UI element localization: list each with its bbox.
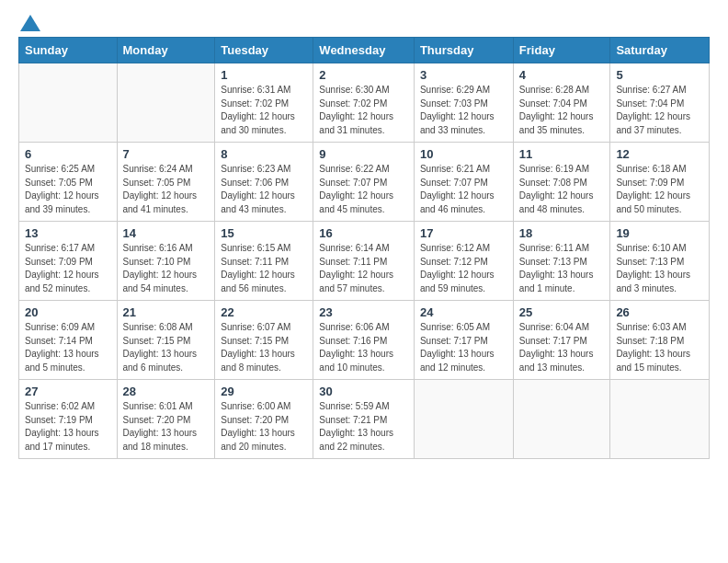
calendar-table: SundayMondayTuesdayWednesdayThursdayFrid… — [18, 37, 710, 459]
day-number: 11 — [519, 147, 605, 161]
day-info: Sunrise: 6:30 AM Sunset: 7:02 PM Dayligh… — [319, 84, 408, 137]
day-number: 7 — [123, 147, 210, 161]
column-header-friday: Friday — [513, 38, 610, 63]
column-header-sunday: Sunday — [19, 38, 118, 63]
column-header-monday: Monday — [117, 38, 215, 63]
calendar-cell: 12Sunrise: 6:18 AM Sunset: 7:09 PM Dayli… — [610, 143, 710, 222]
day-number: 5 — [616, 68, 703, 82]
page-header — [18, 15, 710, 28]
day-number: 20 — [25, 305, 111, 319]
day-info: Sunrise: 6:25 AM Sunset: 7:05 PM Dayligh… — [25, 163, 111, 216]
day-info: Sunrise: 6:06 AM Sunset: 7:16 PM Dayligh… — [319, 321, 408, 374]
day-number: 9 — [319, 147, 408, 161]
day-info: Sunrise: 6:09 AM Sunset: 7:14 PM Dayligh… — [25, 321, 111, 374]
calendar-cell — [513, 380, 610, 459]
calendar-cell: 14Sunrise: 6:16 AM Sunset: 7:10 PM Dayli… — [117, 222, 215, 301]
day-number: 24 — [420, 305, 507, 319]
day-number: 2 — [319, 68, 408, 82]
day-number: 26 — [616, 305, 703, 319]
calendar-cell: 4Sunrise: 6:28 AM Sunset: 7:04 PM Daylig… — [513, 63, 610, 143]
calendar-cell: 5Sunrise: 6:27 AM Sunset: 7:04 PM Daylig… — [610, 63, 710, 143]
day-number: 22 — [221, 305, 307, 319]
day-number: 19 — [616, 226, 703, 240]
calendar-cell: 24Sunrise: 6:05 AM Sunset: 7:17 PM Dayli… — [414, 301, 513, 380]
calendar-cell: 8Sunrise: 6:23 AM Sunset: 7:06 PM Daylig… — [215, 143, 313, 222]
day-number: 15 — [221, 226, 307, 240]
day-number: 12 — [616, 147, 703, 161]
day-info: Sunrise: 6:08 AM Sunset: 7:15 PM Dayligh… — [123, 321, 210, 374]
day-number: 23 — [319, 305, 408, 319]
day-info: Sunrise: 6:15 AM Sunset: 7:11 PM Dayligh… — [221, 242, 307, 295]
day-number: 14 — [123, 226, 210, 240]
calendar-week-row: 13Sunrise: 6:17 AM Sunset: 7:09 PM Dayli… — [19, 222, 710, 301]
calendar-cell — [117, 63, 215, 143]
day-info: Sunrise: 6:19 AM Sunset: 7:08 PM Dayligh… — [519, 163, 605, 216]
calendar-week-row: 6Sunrise: 6:25 AM Sunset: 7:05 PM Daylig… — [19, 143, 710, 222]
calendar-cell: 19Sunrise: 6:10 AM Sunset: 7:13 PM Dayli… — [610, 222, 710, 301]
calendar-cell: 6Sunrise: 6:25 AM Sunset: 7:05 PM Daylig… — [19, 143, 118, 222]
day-number: 4 — [519, 68, 605, 82]
calendar-cell: 28Sunrise: 6:01 AM Sunset: 7:20 PM Dayli… — [117, 380, 215, 459]
day-info: Sunrise: 6:27 AM Sunset: 7:04 PM Dayligh… — [616, 84, 703, 137]
day-number: 8 — [221, 147, 307, 161]
day-info: Sunrise: 6:28 AM Sunset: 7:04 PM Dayligh… — [519, 84, 605, 137]
day-info: Sunrise: 6:05 AM Sunset: 7:17 PM Dayligh… — [420, 321, 507, 374]
calendar-cell: 3Sunrise: 6:29 AM Sunset: 7:03 PM Daylig… — [414, 63, 513, 143]
day-info: Sunrise: 6:03 AM Sunset: 7:18 PM Dayligh… — [616, 321, 703, 374]
day-number: 21 — [123, 305, 210, 319]
calendar-cell: 10Sunrise: 6:21 AM Sunset: 7:07 PM Dayli… — [414, 143, 513, 222]
day-info: Sunrise: 6:10 AM Sunset: 7:13 PM Dayligh… — [616, 242, 703, 295]
calendar-cell: 27Sunrise: 6:02 AM Sunset: 7:19 PM Dayli… — [19, 380, 118, 459]
day-number: 30 — [319, 385, 408, 398]
calendar-cell: 1Sunrise: 6:31 AM Sunset: 7:02 PM Daylig… — [215, 63, 313, 143]
day-number: 3 — [420, 68, 507, 82]
day-info: Sunrise: 6:12 AM Sunset: 7:12 PM Dayligh… — [420, 242, 507, 295]
day-info: Sunrise: 6:02 AM Sunset: 7:19 PM Dayligh… — [25, 400, 111, 454]
day-info: Sunrise: 6:22 AM Sunset: 7:07 PM Dayligh… — [319, 163, 408, 216]
column-header-tuesday: Tuesday — [215, 38, 313, 63]
day-info: Sunrise: 6:11 AM Sunset: 7:13 PM Dayligh… — [519, 242, 605, 295]
column-header-saturday: Saturday — [610, 38, 710, 63]
calendar-cell: 11Sunrise: 6:19 AM Sunset: 7:08 PM Dayli… — [513, 143, 610, 222]
calendar-cell: 26Sunrise: 6:03 AM Sunset: 7:18 PM Dayli… — [610, 301, 710, 380]
day-info: Sunrise: 6:23 AM Sunset: 7:06 PM Dayligh… — [221, 163, 307, 216]
calendar-week-row: 20Sunrise: 6:09 AM Sunset: 7:14 PM Dayli… — [19, 301, 710, 380]
day-number: 27 — [25, 385, 111, 398]
day-info: Sunrise: 6:07 AM Sunset: 7:15 PM Dayligh… — [221, 321, 307, 374]
calendar-week-row: 27Sunrise: 6:02 AM Sunset: 7:19 PM Dayli… — [19, 380, 710, 459]
day-info: Sunrise: 6:14 AM Sunset: 7:11 PM Dayligh… — [319, 242, 408, 295]
svg-marker-0 — [20, 15, 40, 31]
calendar-cell: 2Sunrise: 6:30 AM Sunset: 7:02 PM Daylig… — [313, 63, 415, 143]
day-number: 16 — [319, 226, 408, 240]
day-number: 17 — [420, 226, 507, 240]
day-number: 28 — [123, 385, 210, 398]
logo — [18, 15, 42, 28]
calendar-cell: 9Sunrise: 6:22 AM Sunset: 7:07 PM Daylig… — [313, 143, 415, 222]
day-info: Sunrise: 6:00 AM Sunset: 7:20 PM Dayligh… — [221, 400, 307, 454]
calendar-cell: 15Sunrise: 6:15 AM Sunset: 7:11 PM Dayli… — [215, 222, 313, 301]
day-info: Sunrise: 6:18 AM Sunset: 7:09 PM Dayligh… — [616, 163, 703, 216]
calendar-cell: 29Sunrise: 6:00 AM Sunset: 7:20 PM Dayli… — [215, 380, 313, 459]
day-number: 29 — [221, 385, 307, 398]
logo-icon — [20, 15, 40, 31]
calendar-cell: 23Sunrise: 6:06 AM Sunset: 7:16 PM Dayli… — [313, 301, 415, 380]
calendar-cell: 16Sunrise: 6:14 AM Sunset: 7:11 PM Dayli… — [313, 222, 415, 301]
calendar-cell: 17Sunrise: 6:12 AM Sunset: 7:12 PM Dayli… — [414, 222, 513, 301]
day-number: 1 — [221, 68, 307, 82]
day-info: Sunrise: 5:59 AM Sunset: 7:21 PM Dayligh… — [319, 400, 408, 454]
day-info: Sunrise: 6:16 AM Sunset: 7:10 PM Dayligh… — [123, 242, 210, 295]
column-header-wednesday: Wednesday — [313, 38, 415, 63]
calendar-cell — [19, 63, 118, 143]
day-info: Sunrise: 6:17 AM Sunset: 7:09 PM Dayligh… — [25, 242, 111, 295]
day-number: 6 — [25, 147, 111, 161]
day-number: 13 — [25, 226, 111, 240]
calendar-cell: 22Sunrise: 6:07 AM Sunset: 7:15 PM Dayli… — [215, 301, 313, 380]
day-info: Sunrise: 6:29 AM Sunset: 7:03 PM Dayligh… — [420, 84, 507, 137]
day-number: 10 — [420, 147, 507, 161]
day-info: Sunrise: 6:31 AM Sunset: 7:02 PM Dayligh… — [221, 84, 307, 137]
day-number: 18 — [519, 226, 605, 240]
calendar-cell: 20Sunrise: 6:09 AM Sunset: 7:14 PM Dayli… — [19, 301, 118, 380]
calendar-header-row: SundayMondayTuesdayWednesdayThursdayFrid… — [19, 38, 710, 63]
day-info: Sunrise: 6:21 AM Sunset: 7:07 PM Dayligh… — [420, 163, 507, 216]
calendar-cell — [414, 380, 513, 459]
